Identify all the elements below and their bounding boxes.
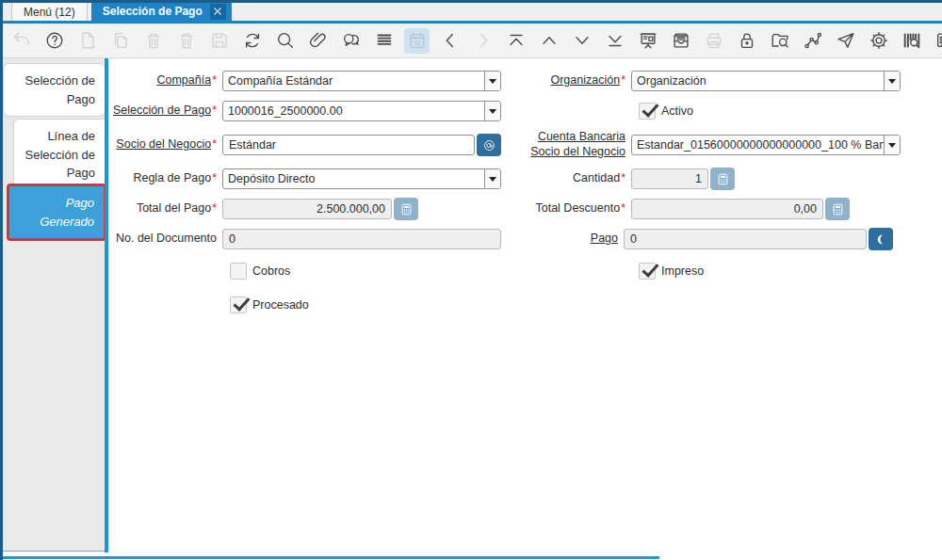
calculator-icon	[399, 202, 414, 216]
chevron-down-icon[interactable]	[884, 136, 900, 154]
organizacion-select[interactable]: Organización	[631, 71, 901, 91]
refresh-icon[interactable]	[239, 28, 265, 54]
chevron-down-icon[interactable]	[484, 72, 500, 90]
save-icon	[206, 28, 232, 54]
workflow-icon[interactable]	[800, 28, 825, 54]
socio-input[interactable]: Estándar	[222, 135, 475, 155]
calendar-icon[interactable]: 31	[404, 28, 430, 54]
sidebar-tab-pago-generado[interactable]: Pago Generado	[7, 184, 106, 241]
chevron-down-icon[interactable]	[484, 102, 500, 120]
grid-toggle-icon[interactable]	[371, 28, 397, 54]
compania-value: Compañía Estándar	[223, 72, 484, 90]
sidebar-tab-linea-de-seleccion-de-pago[interactable]: Línea de Selección de Pago	[13, 119, 105, 191]
first-record-icon[interactable]	[503, 28, 528, 54]
sidebar-divider	[105, 58, 108, 552]
tab-active-label: Selección de Pago	[103, 5, 203, 18]
sidebar-tab-label: Pago Generado	[19, 194, 94, 231]
find-icon[interactable]	[272, 28, 298, 54]
sidebar-tab-seleccion-de-pago[interactable]: Selección de Pago	[3, 63, 105, 117]
cobros-checkbox[interactable]	[230, 263, 247, 280]
business-partner-info-button[interactable]	[477, 134, 501, 156]
window-top-border	[0, 0, 942, 3]
window-tabbar: Menú (12) Selección de Pago	[0, 3, 942, 24]
zoom-across-icon[interactable]	[767, 28, 792, 54]
form-panel: Compañía* Compañía Estándar Organización…	[108, 58, 942, 552]
tab-menu[interactable]: Menú (12)	[11, 2, 88, 21]
procesado-checkbox[interactable]	[230, 296, 247, 313]
delete-selection-icon	[173, 28, 199, 54]
cantidad-input[interactable]: 1	[631, 168, 708, 189]
impreso-label: Impreso	[661, 264, 704, 278]
next-record-icon[interactable]	[569, 28, 594, 54]
seleccion-pago-value: 1000016_2500000.00	[223, 102, 484, 120]
south-panel-edge[interactable]	[0, 556, 659, 559]
calculator-button[interactable]	[394, 198, 418, 220]
preference-icon[interactable]	[866, 28, 891, 54]
undo-icon	[8, 28, 34, 54]
required-marker: *	[212, 171, 217, 184]
total-pago-label: Total del Pago*	[110, 201, 217, 216]
calculator-icon	[831, 202, 845, 216]
product-info-icon[interactable]	[899, 28, 924, 54]
regla-pago-value: Depósito Directo	[223, 169, 484, 188]
required-marker: *	[621, 73, 625, 87]
impreso-checkbox[interactable]	[639, 263, 656, 280]
sidebar-tab-label: Selección de Pago	[25, 73, 95, 106]
copy-record-icon	[107, 28, 133, 54]
chat-icon[interactable]	[338, 28, 364, 54]
sidebar: Selección de Pago Línea de Selección de …	[3, 58, 105, 552]
crescent-icon	[874, 232, 888, 247]
pago-label[interactable]: Pago	[501, 232, 618, 247]
calculator-button[interactable]	[825, 198, 850, 220]
calculator-icon	[716, 172, 730, 186]
organizacion-value: Organización	[632, 72, 884, 90]
required-marker: *	[621, 201, 625, 215]
tab-menu-label: Menú (12)	[24, 6, 75, 19]
chevron-left-icon[interactable]	[437, 28, 463, 54]
regla-pago-label: Regla de Pago*	[110, 171, 217, 186]
socio-label[interactable]: Socio del Negocio*	[110, 137, 217, 152]
last-record-icon[interactable]	[602, 28, 627, 54]
previous-record-icon[interactable]	[536, 28, 561, 54]
no-documento-input[interactable]: 0	[222, 229, 501, 249]
no-documento-label: No. del Documento	[110, 232, 217, 247]
compania-label[interactable]: Compañía*	[110, 73, 217, 88]
procesado-label: Procesado	[252, 298, 309, 312]
regla-pago-select[interactable]: Depósito Directo	[222, 168, 501, 189]
chevron-down-icon[interactable]	[484, 169, 500, 188]
activo-checkbox[interactable]	[639, 103, 656, 120]
close-icon[interactable]	[210, 4, 226, 20]
compania-select[interactable]: Compañía Estándar	[222, 71, 501, 91]
total-descuento-input[interactable]: 0,00	[631, 199, 823, 219]
tab-seleccion-de-pago[interactable]: Selección de Pago	[91, 2, 232, 21]
organizacion-label[interactable]: Organización*	[501, 73, 625, 88]
svg-text:31: 31	[414, 40, 421, 46]
report-icon[interactable]	[635, 28, 660, 54]
required-marker: *	[212, 137, 217, 151]
new-record-icon	[74, 28, 100, 54]
contact-icon	[482, 138, 496, 152]
calculator-button[interactable]	[710, 168, 735, 190]
log-icon[interactable]	[932, 28, 942, 54]
total-descuento-label: Total Descuento*	[501, 201, 625, 216]
cobros-label: Cobros	[252, 264, 290, 278]
lock-icon[interactable]	[734, 28, 759, 54]
window-left-border	[0, 0, 3, 560]
chevron-down-icon[interactable]	[884, 72, 900, 90]
attachment-icon[interactable]	[305, 28, 331, 54]
cuenta-bancaria-label[interactable]: Cuenta Bancaria Socio del Negocio	[501, 130, 625, 159]
cantidad-label: Cantidad*	[501, 171, 625, 186]
pago-zoom-button[interactable]	[869, 228, 893, 250]
print-icon	[701, 28, 726, 54]
chevron-right-icon	[470, 28, 495, 54]
cuenta-bancaria-select[interactable]: Estandar_01560000000000000000_100 % Banc…	[631, 135, 901, 155]
seleccion-pago-select[interactable]: 1000016_2500000.00	[222, 101, 501, 121]
total-pago-input[interactable]: 2.500.000,00	[222, 199, 392, 219]
delete-record-icon	[140, 28, 166, 54]
help-icon[interactable]	[41, 28, 67, 54]
toolbar: 31	[3, 24, 942, 58]
archive-icon[interactable]	[668, 28, 693, 54]
send-icon[interactable]	[833, 28, 858, 54]
pago-input[interactable]: 0	[624, 229, 867, 249]
seleccion-pago-label[interactable]: Selección de Pago*	[110, 104, 217, 119]
